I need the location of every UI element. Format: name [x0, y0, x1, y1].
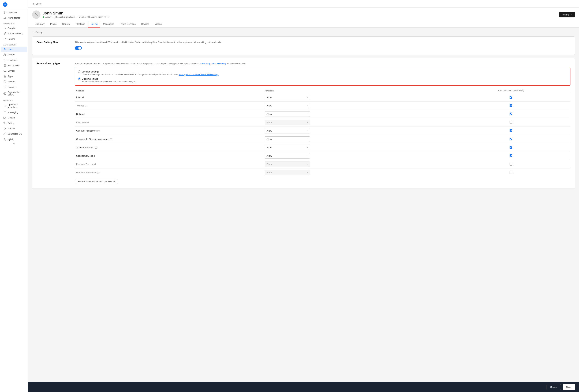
transfer-checkbox-operator-assistance[interactable]	[509, 129, 512, 132]
sidebar-item-security[interactable]: Security	[1, 85, 27, 90]
see-calling-plans-link[interactable]: See calling plans by country	[200, 62, 226, 65]
sidebar-item-devices[interactable]: Devices	[1, 68, 27, 73]
save-button[interactable]: Save	[563, 384, 575, 390]
breadcrumb[interactable]: Users	[32, 2, 42, 5]
permissions-table: Call type Permission Allow transfers / f…	[75, 89, 571, 177]
info-icon-toll-free[interactable]: i	[85, 105, 87, 107]
transfer-cell-national	[451, 110, 571, 118]
transfer-checkbox-special-services-1[interactable]	[509, 146, 512, 149]
tab-vidcast[interactable]: Vidcast	[152, 21, 165, 27]
transfer-checkbox-national[interactable]	[509, 112, 512, 115]
transfer-checkbox-toll-free[interactable]	[509, 104, 512, 107]
transfer-checkbox-international[interactable]	[509, 121, 512, 124]
sidebar-item-org-settings[interactable]: Organization Settin...	[1, 90, 27, 97]
permission-select-special-services-1[interactable]: AllowBlock	[265, 145, 310, 150]
cisco-calling-plan-toggle[interactable]	[75, 46, 82, 50]
table-row-national: NationalAllowBlock	[75, 110, 571, 118]
info-icon-operator-assistance[interactable]: i	[97, 130, 100, 132]
tab-messaging[interactable]: Messaging	[100, 21, 117, 27]
svg-rect-17	[5, 76, 6, 77]
sidebar-item-account[interactable]: Account	[1, 79, 27, 84]
svg-marker-21	[5, 117, 6, 118]
sidebar-item-groups[interactable]: Groups	[1, 52, 27, 57]
tab-general[interactable]: General	[59, 21, 73, 27]
transfer-checkbox-premium-services-1[interactable]	[509, 163, 512, 166]
cancel-button[interactable]: Cancel	[547, 384, 561, 390]
sidebar-item-calling[interactable]: Calling	[1, 120, 27, 126]
location-settings-radio[interactable]	[78, 70, 80, 73]
location-settings-label[interactable]: Location settings	[78, 70, 567, 73]
svg-rect-11	[4, 66, 5, 66]
permission-select-chargeable-directory[interactable]: AllowBlock	[265, 136, 310, 142]
sidebar-item-analytics[interactable]: Analytics	[1, 26, 27, 31]
user-meta: Active • johnsmith@gmail.com • Member of…	[43, 16, 109, 18]
main-area: Users John Smith Active • jo	[28, 0, 579, 392]
permission-select-premium-services-1[interactable]: AllowBlock	[265, 162, 310, 167]
custom-settings-radio[interactable]	[78, 78, 80, 80]
permissions-description: Manage the permissions by call type for …	[75, 62, 571, 65]
info-icon-special-services-1[interactable]: i	[95, 147, 97, 149]
call-type-cell-premium-services-2: Premium Services IIi	[75, 168, 263, 177]
permission-select-national[interactable]: AllowBlock	[265, 111, 310, 117]
permissions-card: Permissions by type Manage the permissio…	[32, 58, 575, 189]
tab-meetings[interactable]: Meetings	[73, 21, 88, 27]
sidebar-item-troubleshooting[interactable]: Troubleshooting	[1, 31, 27, 36]
tab-summary[interactable]: Summary	[32, 21, 47, 27]
permission-select-premium-services-2[interactable]: AllowBlock	[265, 170, 310, 175]
tab-devices-tab[interactable]: Devices	[138, 21, 152, 27]
sidebar-item-label-reports: Reports	[8, 38, 15, 40]
svg-point-20	[4, 93, 5, 94]
sidebar-item-connected-uc[interactable]: Connected UC	[1, 131, 27, 137]
tab-hybrid-services[interactable]: Hybrid Services	[117, 21, 138, 27]
chevron-down-icon	[570, 14, 572, 16]
svg-point-6	[4, 54, 5, 55]
info-icon-chargeable-directory[interactable]: i	[110, 138, 112, 140]
sidebar-item-label-users: Users	[8, 48, 13, 51]
location-settings-desc: The default settings are based on Locati…	[82, 73, 567, 76]
permission-select-operator-assistance[interactable]: AllowBlock	[265, 128, 310, 133]
sidebar-item-vidcast[interactable]: Vidcast	[1, 126, 27, 131]
sidebar-item-overview[interactable]: Overview	[1, 10, 27, 15]
tab-profile[interactable]: Profile	[47, 21, 60, 27]
sidebar-item-label-locations: Locations	[8, 59, 17, 61]
permission-select-special-services-2[interactable]: AllowBlock	[265, 153, 310, 159]
transfers-info-icon[interactable]: i	[521, 90, 524, 92]
sidebar-item-workspaces[interactable]: Workspaces	[1, 63, 27, 68]
svg-rect-18	[4, 76, 5, 77]
call-type-cell-chargeable-directory: Chargeable Directory Assistancei	[75, 135, 263, 143]
sidebar-item-updates[interactable]: Updates & Migratio...	[1, 102, 27, 110]
sub-breadcrumb[interactable]: Calling	[32, 31, 575, 34]
sidebar-item-meeting[interactable]: Meeting	[1, 115, 27, 120]
actions-button[interactable]: Actions	[559, 12, 575, 17]
user-email: johnsmith@gmail.com	[55, 16, 75, 18]
sidebar-item-label-meeting: Meeting	[8, 116, 15, 119]
sidebar-item-label-org-settings: Organization Settin...	[8, 91, 24, 96]
sidebar-item-apps[interactable]: Apps	[1, 74, 27, 79]
permission-select-toll-free[interactable]: AllowBlock	[265, 103, 310, 108]
permission-select-internal[interactable]: AllowBlock	[265, 95, 310, 100]
tab-calling[interactable]: Calling	[88, 21, 100, 28]
table-row-internal: InternalAllowBlock	[75, 93, 571, 101]
transfer-cell-operator-assistance	[451, 126, 571, 135]
transfer-checkbox-internal[interactable]	[509, 96, 512, 99]
sidebar-item-messaging[interactable]: Messaging	[1, 110, 27, 115]
sidebar-scroll-down[interactable]: ▼	[0, 142, 28, 146]
transfer-checkbox-special-services-2[interactable]	[509, 154, 512, 157]
manage-location-link[interactable]: manage the Location Cisco PSTN settings	[179, 73, 218, 76]
info-icon-premium-services-2[interactable]: i	[97, 172, 99, 174]
cisco-calling-plan-desc: This user is assigned to a Cisco PSTN lo…	[75, 41, 571, 44]
sidebar-item-users[interactable]: Users	[1, 47, 27, 52]
table-row-international: InternationalAllowBlock	[75, 118, 571, 126]
top-bar: Users	[28, 0, 579, 8]
custom-settings-label[interactable]: Custom settings	[78, 78, 567, 80]
transfer-cell-special-services-1	[451, 143, 571, 152]
sidebar-item-locations[interactable]: Locations	[1, 57, 27, 63]
transfer-checkbox-chargeable-directory[interactable]	[509, 138, 512, 140]
sidebar-item-alerts[interactable]: Alerts center	[1, 15, 27, 21]
restore-defaults-button[interactable]: Restore to default location permissions	[75, 179, 118, 184]
transfer-checkbox-premium-services-2[interactable]	[509, 171, 512, 174]
svg-rect-22	[4, 117, 5, 118]
sidebar-item-hybrid[interactable]: Hybrid	[1, 137, 27, 142]
permission-select-international[interactable]: AllowBlock	[265, 120, 310, 125]
sidebar-item-reports[interactable]: Reports	[1, 36, 27, 42]
